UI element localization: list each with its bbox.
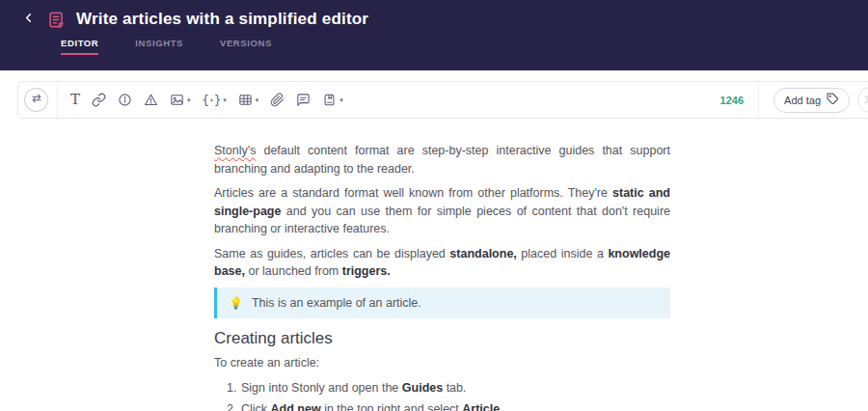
editor-toolbar: T [17, 81, 868, 119]
header-tabs: EDITOR INSIGHTS VERSIONS [61, 38, 868, 55]
toolbar-divider [758, 82, 759, 118]
table-icon [238, 93, 253, 107]
add-tag-label: Add tag [784, 95, 821, 106]
list-item: Sign into Stonly and open the Guides tab… [240, 379, 670, 397]
guide-embed-button[interactable]: ▾ [316, 82, 349, 118]
link-button[interactable] [86, 82, 112, 118]
attachment-button[interactable] [264, 82, 290, 118]
warning-callout-icon [144, 93, 158, 107]
guide-embed-icon [322, 93, 337, 107]
article-editor-body[interactable]: Stonly's default content format are step… [214, 142, 670, 411]
tab-editor[interactable]: EDITOR [61, 38, 98, 55]
tab-insights[interactable]: INSIGHTS [135, 38, 183, 55]
list-item: Click Add new in the top right and selec… [240, 400, 670, 411]
toolbar-row: T [0, 70, 868, 119]
text-icon: T [70, 93, 80, 107]
paragraph-articles-format: Articles are a standard format well know… [214, 184, 670, 238]
translate-icon: 文A [864, 94, 868, 106]
toolbar-divider [57, 82, 58, 118]
caret-down-icon: ▾ [223, 96, 227, 104]
tag-icon [827, 93, 839, 107]
note-icon [296, 93, 311, 107]
article-icon [47, 11, 66, 29]
code-button[interactable]: {·} ▾ [197, 82, 232, 118]
callout-text: This is an example of an article. [252, 294, 421, 313]
header-title-row: Write articles with a simplified editor [19, 0, 868, 29]
back-button[interactable] [19, 11, 37, 28]
switch-panel-button[interactable] [24, 88, 48, 112]
steps-list: Sign into Stonly and open the Guides tab… [214, 379, 670, 411]
toolbar-right-group: 1246 Add tag 文A [720, 82, 868, 118]
steps-intro: To create an article: [214, 354, 670, 372]
caret-down-icon: ▾ [339, 96, 343, 104]
image-icon [170, 93, 184, 107]
caret-down-icon: ▾ [256, 96, 259, 104]
warning-callout-button[interactable] [138, 82, 164, 118]
attachment-icon [270, 93, 285, 107]
paragraph-intro-guides: Stonly's default content format are step… [214, 142, 670, 178]
paragraph-display-options: Same as guides, articles can be displaye… [214, 245, 670, 281]
auto-translate-button[interactable]: 文A [857, 87, 868, 113]
table-button[interactable]: ▾ [232, 82, 265, 118]
tab-versions[interactable]: VERSIONS [220, 38, 272, 55]
text-button[interactable]: T [65, 82, 86, 118]
image-button[interactable]: ▾ [164, 82, 197, 118]
info-callout: 💡 This is an example of an article. [214, 288, 670, 319]
misspelled-word: Stonly's [214, 144, 256, 157]
add-tag-button[interactable]: Add tag [773, 88, 850, 113]
link-icon [92, 93, 106, 107]
info-callout-icon [118, 93, 132, 107]
lightbulb-icon: 💡 [229, 294, 243, 313]
switch-panel-icon [30, 92, 43, 108]
code-icon: {·} [203, 95, 221, 106]
note-button[interactable] [290, 82, 316, 118]
character-count: 1246 [720, 95, 744, 106]
section-heading: Creating articles [214, 328, 670, 349]
chevron-left-icon [21, 11, 36, 28]
page-title: Write articles with a simplified editor [76, 10, 368, 29]
app-header: Write articles with a simplified editor … [0, 0, 868, 70]
caret-down-icon: ▾ [187, 96, 191, 104]
info-callout-button[interactable] [112, 82, 138, 118]
